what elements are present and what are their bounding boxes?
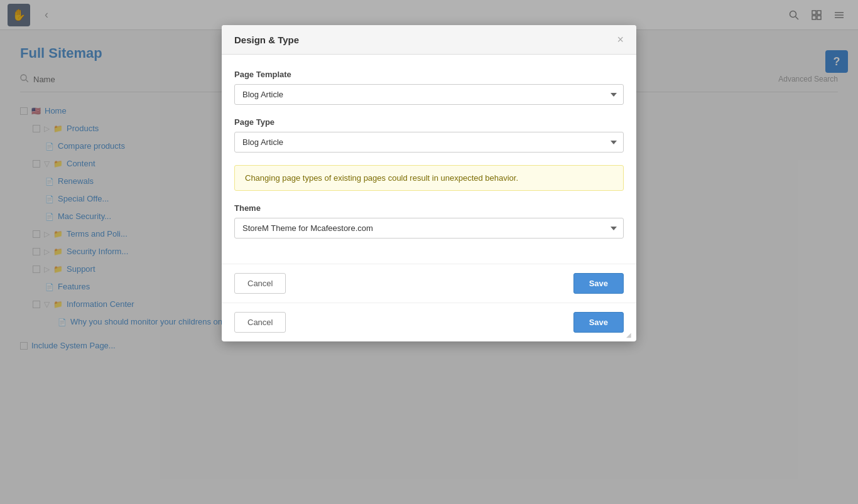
page-type-group: Page Type Blog Article Standard Product … [234,117,624,153]
modal-footer: Cancel Save [222,264,636,303]
modal-header: Design & Type × [222,25,636,55]
modal-body: Page Template Blog Article Standard Page… [222,55,636,264]
warning-box: Changing page types of existing pages co… [234,165,624,191]
modal-close-button[interactable]: × [617,34,624,45]
modal-overlay: Design & Type × Page Template Blog Artic… [0,0,858,504]
page-template-group: Page Template Blog Article Standard Page… [234,70,624,105]
theme-group: Theme StoreM Theme for Mcafeestore.com D… [234,203,624,239]
page-type-label: Page Type [234,117,624,127]
warning-text: Changing page types of existing pages co… [245,173,518,183]
design-type-modal: Design & Type × Page Template Blog Artic… [222,25,636,341]
modal-title: Design & Type [234,35,299,45]
save-button[interactable]: Save [573,273,624,294]
resize-handle[interactable]: ◢ [626,331,634,339]
theme-label: Theme [234,203,624,213]
cancel-button[interactable]: Cancel [234,273,286,294]
cancel-button-2[interactable]: Cancel [234,312,286,333]
theme-select[interactable]: StoreM Theme for Mcafeestore.com Default… [234,218,624,239]
modal-footer-2: Cancel Save ◢ [222,303,636,341]
save-button-2[interactable]: Save [573,312,624,333]
page-template-label: Page Template [234,70,624,79]
page-type-select[interactable]: Blog Article Standard Product Category [234,132,624,153]
page-template-select[interactable]: Blog Article Standard Page Landing Page … [234,84,624,105]
